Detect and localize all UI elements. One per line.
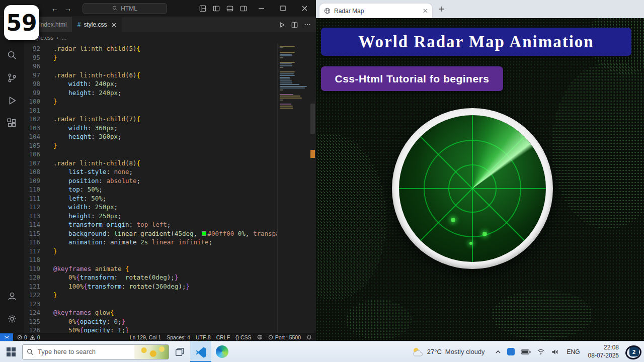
code-line[interactable]: 113 height: 250px; xyxy=(24,212,277,221)
code-line[interactable]: 97.radar li:nth-child(6){ xyxy=(24,71,277,80)
network-wifi-icon[interactable] xyxy=(537,348,545,355)
account-icon[interactable] xyxy=(0,285,24,307)
code-editor[interactable]: 92.radar li:nth-child(5){95}9697.radar l… xyxy=(24,43,316,333)
radar-blip xyxy=(469,242,472,245)
code-line[interactable]: 98 width: 240px; xyxy=(24,79,277,88)
code-line[interactable]: 120 0%{transform: rotate(0deg);} xyxy=(24,273,277,282)
eol-setting[interactable]: CRLF xyxy=(216,334,230,340)
indent-setting[interactable]: Spaces: 4 xyxy=(167,334,190,340)
overview-ruler[interactable] xyxy=(309,43,316,333)
search-highlight-image[interactable] xyxy=(134,345,169,359)
code-line[interactable]: 104 height: 360px; xyxy=(24,132,277,141)
code-line[interactable]: 125 0%{opacity: 0;} xyxy=(24,317,277,326)
errors-indicator[interactable]: 0 xyxy=(17,334,27,340)
battery-icon[interactable] xyxy=(521,349,531,355)
code-line[interactable]: 117} xyxy=(24,247,277,256)
taskbar-search[interactable]: Type here to search xyxy=(22,344,169,359)
radar-sweep xyxy=(399,115,546,262)
code-line[interactable]: 95} xyxy=(24,53,277,62)
back-arrow-icon[interactable]: ← xyxy=(48,4,61,13)
run-preview-icon[interactable] xyxy=(279,22,285,28)
language-indicator[interactable]: ENG xyxy=(564,348,583,355)
new-tab-button[interactable] xyxy=(434,2,448,16)
code-line[interactable]: 111 left: 50%; xyxy=(24,194,277,203)
settings-gear-icon[interactable] xyxy=(0,307,24,330)
tab-style-css[interactable]: # style.css xyxy=(72,17,122,32)
notification-center[interactable]: 2 xyxy=(624,341,644,362)
tab-close-icon[interactable] xyxy=(112,23,116,27)
code-line[interactable]: 103 width: 360px; xyxy=(24,124,277,133)
code-line[interactable]: 108 list-style: none; xyxy=(24,167,277,176)
task-view-button[interactable] xyxy=(169,341,190,362)
map-continent-shape xyxy=(492,290,593,340)
clock-widget[interactable]: 22:08 08-07-2025 xyxy=(583,344,624,359)
code-line[interactable]: 123 xyxy=(24,300,277,309)
notifications-bell-icon[interactable] xyxy=(306,334,312,340)
onedrive-icon[interactable] xyxy=(507,348,515,355)
port-label: Port : 5500 xyxy=(275,334,301,340)
code-line[interactable]: 112 width: 250px; xyxy=(24,203,277,212)
line-number: 109 xyxy=(24,176,40,186)
code-line[interactable]: 99 height: 240px; xyxy=(24,88,277,98)
radar-blip xyxy=(451,218,455,222)
more-actions-icon[interactable] xyxy=(304,21,311,28)
cursor-position[interactable]: Ln 129, Col 1 xyxy=(130,334,161,340)
search-sidebar-icon[interactable] xyxy=(0,44,24,66)
run-debug-icon[interactable] xyxy=(0,89,24,112)
code-line[interactable]: 109 position: absolute; xyxy=(24,176,277,186)
toggle-sidebar-icon[interactable] xyxy=(213,5,220,12)
code-line[interactable]: 119@keyframes animate { xyxy=(24,264,277,274)
code-line[interactable]: 115 background: linear-gradient(45deg, #… xyxy=(24,229,277,238)
code-line[interactable]: 126 50%{opacity: 1;} xyxy=(24,326,277,333)
code-line[interactable]: 121 100%{transform: rotate(360deg);} xyxy=(24,282,277,291)
layout-grid-icon[interactable] xyxy=(199,5,206,12)
search-icon xyxy=(112,6,118,11)
code-line[interactable]: 116 animation: animate 2s linear infinit… xyxy=(24,238,277,247)
browser-tab[interactable]: Radar Map xyxy=(319,4,432,18)
code-line[interactable]: 102.radar li:nth-child(7){ xyxy=(24,115,277,124)
minimap[interactable] xyxy=(277,43,309,333)
encoding-setting[interactable]: UTF-8 xyxy=(196,334,211,340)
warnings-indicator[interactable]: 0 xyxy=(30,334,40,340)
line-number: 115 xyxy=(24,229,40,238)
volume-icon[interactable] xyxy=(551,348,559,355)
code-line[interactable]: 101 xyxy=(24,106,277,115)
code-line[interactable]: 92.radar li:nth-child(5){ xyxy=(24,44,277,53)
system-tray: 27°C Mostly cloudy ENG 22 xyxy=(407,341,644,362)
hidden-icons-chevron[interactable] xyxy=(495,349,501,355)
code-line[interactable]: 100} xyxy=(24,97,277,106)
code-line[interactable]: 96 xyxy=(24,62,277,71)
language-mode[interactable]: {} CSS xyxy=(235,334,252,340)
extensions-icon[interactable] xyxy=(0,112,24,134)
live-server-port[interactable]: Port : 5500 xyxy=(268,334,301,340)
source-control-icon[interactable] xyxy=(0,66,24,89)
code-line[interactable]: 106 xyxy=(24,150,277,159)
close-button[interactable] xyxy=(297,6,312,11)
tab-close-icon[interactable] xyxy=(423,9,428,13)
code-lines[interactable]: 92.radar li:nth-child(5){95}9697.radar l… xyxy=(24,44,277,333)
scrollbar-thumb[interactable] xyxy=(310,104,315,134)
toggle-secondary-sidebar-icon[interactable] xyxy=(240,5,247,12)
remote-indicator[interactable]: >< xyxy=(0,333,13,341)
edge-taskbar-button[interactable] xyxy=(211,341,232,362)
split-editor-icon[interactable] xyxy=(291,22,298,28)
minimize-button[interactable] xyxy=(254,6,269,11)
code-line[interactable]: 107.radar li:nth-child(8){ xyxy=(24,159,277,168)
browser-preview-icon[interactable] xyxy=(257,334,263,340)
vscode-taskbar-button[interactable] xyxy=(190,341,211,362)
start-button[interactable] xyxy=(0,341,22,362)
tab-label: style.css xyxy=(84,21,107,28)
code-line[interactable]: 124@keyframes glow{ xyxy=(24,308,277,317)
weather-widget[interactable]: 27°C Mostly cloudy xyxy=(407,346,490,357)
page-content: World Radar Map Animation Css-Html Tutor… xyxy=(316,18,644,341)
code-line[interactable]: 114 transform-origin: top left; xyxy=(24,220,277,229)
maximize-button[interactable] xyxy=(275,6,290,11)
code-line[interactable]: 110 top: 50%; xyxy=(24,185,277,194)
code-line[interactable]: 122} xyxy=(24,291,277,300)
forward-arrow-icon[interactable]: → xyxy=(61,4,74,13)
command-search-box[interactable]: HTML xyxy=(83,3,167,14)
code-line[interactable]: 105} xyxy=(24,141,277,150)
breadcrumb[interactable]: style.css › … xyxy=(24,32,316,43)
code-line[interactable]: 118 xyxy=(24,255,277,264)
toggle-panel-icon[interactable] xyxy=(226,5,233,12)
